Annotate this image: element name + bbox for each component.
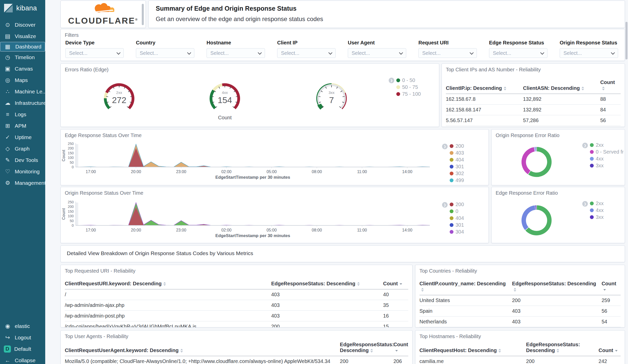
sidebar-item-timelion[interactable]: ◷Timelion [0,52,45,63]
legend-item[interactable]: 2xx [590,200,623,207]
filter-select-origin-response-status[interactable]: Select... [560,48,618,58]
sidebar-item-apm[interactable]: ⊞APM [0,120,45,131]
filter-select-device-type[interactable]: Select... [65,48,124,58]
filter-select-edge-response-status[interactable]: Select... [489,48,547,58]
origin-status-over-time-title: Origin Response Status Over Time [65,190,143,196]
table-row: 5.56.57.14757,28656 [446,115,621,126]
filter-select-client-ip[interactable]: Select... [277,48,336,58]
column-header-count[interactable]: Count [383,278,408,289]
svg-text:05:00: 05:00 [266,170,277,174]
sidebar-item-elastic[interactable]: ◉elastic [0,320,45,332]
table-cell: 15 [383,321,408,328]
sidebar-item-machine-le[interactable]: ∴Machine Le... [0,86,45,97]
legend-item[interactable]: 404 [450,156,464,163]
legend-item[interactable]: 403 [450,150,464,156]
legend-item[interactable]: 50 - 75 [396,84,421,91]
legend-item[interactable]: 4xx [590,155,623,162]
column-header-count[interactable]: Count [602,278,621,295]
svg-text:Count: Count [61,208,66,220]
legend-item[interactable]: 75 - 100 [396,91,421,97]
column-header-clientrequesturi-keyword-descending[interactable]: ClientRequestURI.keyword: Descending [65,278,271,289]
column-header-clientrequestuseragent-keyword-descending[interactable]: ClientRequestUserAgent.keyword: Descendi… [65,339,340,356]
legend-toggle-icon[interactable]: ❯ [389,78,394,83]
origin-status-over-time-chart[interactable]: 05010015020025017:0020:0023:0002:0005:00… [61,200,432,240]
kibana-logo[interactable]: kibana [0,0,45,15]
legend-item[interactable]: 304 [450,228,464,235]
sidebar-item-monitoring[interactable]: ♡Monitoring [0,166,45,177]
sidebar-item-collapse[interactable]: ←Collapse [0,355,45,364]
legend-label: 4xx [596,207,604,213]
legend-item[interactable]: 0 [450,208,464,215]
sidebar-item-dashboard[interactable]: ▦Dashboard [0,42,45,52]
column-header-edgeresponsestatus-descending[interactable]: EdgeResponseStatus: Descending [526,339,599,356]
sidebar-item-label: Timelion [15,54,35,60]
legend-item[interactable]: 0 - Served fr... [590,148,623,155]
column-header-edgeresponsestatus-descending[interactable]: EdgeResponseStatus: Descending [512,278,602,295]
table-cell: 56 [600,115,621,126]
filter-select-user-agent[interactable]: Select... [348,48,406,58]
legend-item[interactable]: 2xx [590,142,623,148]
chevron-down-icon [399,51,403,55]
legend-item[interactable]: 3xx [590,214,623,221]
column-header-edgeresponsestatus-descending[interactable]: EdgeResponseStatus: Descending [271,278,383,289]
infrastructure-icon: ☁ [4,100,11,106]
column-header-clientip-ip-descending[interactable]: ClientIP.ip: Descending [446,77,523,94]
legend-item[interactable]: 302 [450,170,464,177]
column-header-clientasn-descending[interactable]: ClientASN: Descending [523,77,600,94]
sidebar-item-default[interactable]: DDefault [0,343,45,355]
sidebar-item-canvas[interactable]: ▣Canvas [0,63,45,74]
sidebar-item-logout[interactable]: ↪Logout [0,332,45,343]
legend-item[interactable]: 301 [450,163,464,170]
filter-select-country[interactable]: Select... [136,48,194,58]
svg-text:20:00: 20:00 [131,228,141,232]
svg-text:7: 7 [329,95,334,105]
table-cell: 206 [394,356,408,364]
legend-item[interactable]: 4xx [590,207,623,214]
legend-item[interactable]: 301 [450,222,464,228]
legend-item[interactable]: 404 [450,215,464,222]
column-header-clientip-country-name-descending[interactable]: ClientIP.country_name: Descending [419,278,512,295]
legend-toggle-icon[interactable]: ❯ [582,201,588,207]
legend-dot [450,165,453,169]
sidebar-item-management[interactable]: ⚙Management [0,177,45,189]
filter-select-hostname[interactable]: Select... [207,48,265,58]
legend-toggle-icon[interactable]: ❯ [442,202,448,208]
sidebar-item-logs[interactable]: ≡Logs [0,109,45,120]
sidebar-item-graph[interactable]: ◇Graph [0,143,45,154]
origin-error-ratio-donut[interactable] [519,144,554,180]
edge-status-over-time-chart[interactable]: 05010015020025017:0020:0023:0002:0005:00… [61,141,432,182]
svg-text:EdgeStartTimestamp per 30 minu: EdgeStartTimestamp per 30 minutes [215,233,290,238]
sidebar-item-label: Dashboard [15,44,41,50]
page-scrollbar[interactable] [625,22,627,59]
panel-scrollbar[interactable] [142,4,144,25]
column-header-clientrequesthost-descending[interactable]: ClientRequestHost: Descending [419,339,526,356]
edge-error-ratio-donut[interactable] [519,203,554,238]
sort-icon [400,283,402,285]
sidebar-item-maps[interactable]: ◎Maps [0,74,45,86]
column-header-count[interactable]: Count [600,77,621,94]
sort-icon [615,350,618,352]
legend-item[interactable]: 0 - 50 [396,77,421,84]
column-header-count[interactable]: Count [394,339,408,356]
legend-toggle-icon[interactable]: ❯ [442,144,448,149]
legend-item[interactable]: 200 [450,201,464,208]
column-header-edgeresponsestatus-descending[interactable]: EdgeResponseStatus: Descending [340,339,394,356]
svg-text:150: 150 [68,151,74,155]
legend-item[interactable]: 3xx [590,162,623,169]
column-header-count[interactable]: Count [599,339,621,356]
filter-country: CountrySelect... [136,40,194,58]
sidebar-item-infrastructure[interactable]: ☁Infrastructure [0,97,45,109]
sidebar-item-visualize[interactable]: ▤Visualize [0,30,45,42]
sidebar-item-uptime[interactable]: ✓Uptime [0,131,45,143]
sidebar-item-dev-tools[interactable]: ✎Dev Tools [0,154,45,166]
sort-icon [180,349,183,353]
filter-select-request-uri[interactable]: Select... [418,48,477,58]
legend-toggle-icon[interactable]: ❯ [582,143,588,148]
sidebar-item-label: Logs [15,111,26,118]
sidebar-item-discover[interactable]: ⊙Discover [0,19,45,30]
legend-item[interactable]: 499 [450,177,464,184]
select-placeholder: Select... [422,50,441,56]
canvas-icon: ▣ [4,65,11,72]
legend-item[interactable]: 200 [450,143,464,150]
select-placeholder: Select... [140,50,158,56]
